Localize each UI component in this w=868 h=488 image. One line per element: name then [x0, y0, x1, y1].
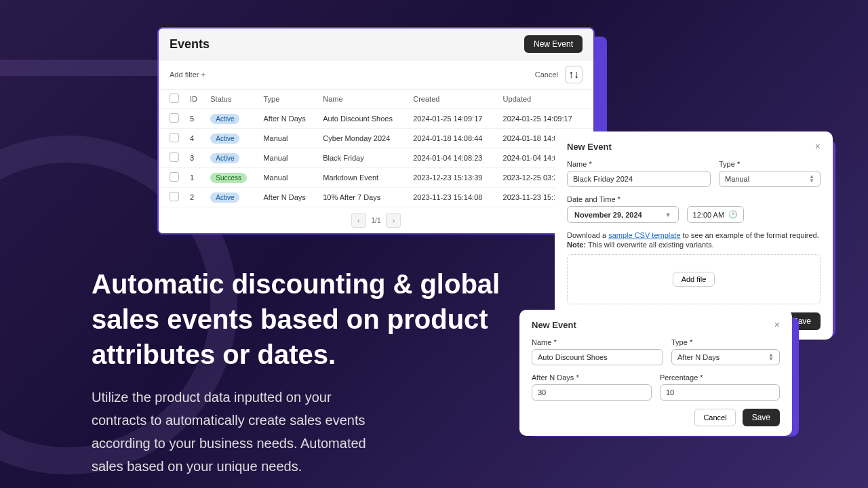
prev-page-button[interactable]: ‹ — [351, 213, 366, 228]
dialog2-header: New Event × — [532, 319, 780, 330]
events-panel: Events New Event Add filter + Cancel ↑↓ … — [157, 27, 595, 235]
new-event-button[interactable]: New Event — [524, 35, 583, 53]
status-badge: Active — [210, 134, 239, 144]
hero-subtitle: Utilize the product data inputted on you… — [92, 386, 390, 478]
type-value: After N Days — [677, 353, 719, 361]
events-table: ID Status Type Name Created Updated 5Act… — [159, 89, 593, 207]
cell-created: 2024-01-25 14:09:17 — [408, 109, 497, 129]
name-input[interactable] — [532, 349, 663, 365]
type-value: Manual — [725, 175, 749, 183]
csv-template-link[interactable]: sample CSV template — [608, 231, 680, 239]
cell-created: 2024-01-04 14:08:23 — [408, 148, 497, 168]
percentage-input[interactable] — [660, 384, 780, 401]
cell-id: 3 — [184, 148, 205, 168]
date-value: November 29, 2024 — [574, 211, 642, 219]
chevron-down-icon: ▼ — [665, 211, 671, 218]
cell-type: Manual — [258, 168, 317, 188]
cell-name: 10% After 7 Days — [317, 188, 408, 207]
cancel-filter-button[interactable]: Cancel — [535, 70, 558, 79]
date-label: Date and Time * — [567, 195, 821, 203]
close-icon[interactable]: × — [774, 319, 780, 330]
type-select[interactable]: Manual ▲▼ — [719, 171, 821, 187]
name-label: Name * — [567, 160, 711, 168]
sort-button[interactable]: ↑↓ — [565, 66, 583, 83]
cell-name: Auto Discount Shoes — [317, 109, 408, 129]
type-select[interactable]: After N Days ▲▼ — [671, 349, 780, 365]
download-text: Download a sample CSV template to see an… — [567, 231, 821, 239]
bg-band — [0, 60, 170, 76]
chevron-updown-icon: ▲▼ — [809, 175, 814, 183]
time-value: 12:00 AM — [693, 211, 724, 219]
cell-created: 2023-11-23 15:14:08 — [408, 188, 497, 207]
add-file-button[interactable]: Add file — [673, 272, 715, 287]
date-picker[interactable]: November 29, 2024 ▼ — [567, 206, 679, 223]
events-header: Events New Event — [159, 28, 593, 60]
cell-name: Cyber Monday 2024 — [317, 129, 408, 148]
name-input[interactable] — [567, 171, 711, 187]
row-checkbox[interactable] — [170, 192, 179, 201]
next-page-button[interactable]: › — [386, 213, 401, 228]
percentage-label: Percentage * — [660, 373, 780, 382]
page-info: 1/1 — [372, 217, 381, 224]
cell-name: Black Friday — [317, 148, 408, 168]
chevron-updown-icon: ▲▼ — [768, 353, 774, 361]
col-updated: Updated — [498, 89, 593, 109]
row-checkbox[interactable] — [170, 113, 179, 123]
table-row[interactable]: 3ActiveManualBlack Friday2024-01-04 14:0… — [159, 148, 593, 168]
status-badge: Active — [210, 192, 239, 203]
cell-id: 4 — [184, 129, 205, 148]
new-event-dialog-auto: New Event × Name * Type * After N Days ▲… — [519, 310, 792, 436]
table-row[interactable]: 1SuccessManualMarkdown Event2023-12-23 1… — [159, 168, 593, 188]
status-badge: Active — [210, 153, 239, 163]
dialog2-title: New Event — [532, 320, 576, 330]
cell-type: Manual — [258, 129, 317, 148]
col-id: ID — [184, 89, 205, 109]
dialog1-title: New Event — [567, 142, 612, 152]
clock-icon: 🕐 — [728, 210, 738, 219]
status-badge: Active — [210, 114, 239, 124]
table-row[interactable]: 2ActiveAfter N Days10% After 7 Days2023-… — [159, 188, 593, 207]
cell-id: 2 — [184, 188, 205, 207]
dialog1-header: New Event × — [567, 141, 821, 152]
col-created: Created — [408, 89, 497, 109]
add-filter-button[interactable]: Add filter + — [170, 70, 205, 79]
table-row[interactable]: 5ActiveAfter N DaysAuto Discount Shoes20… — [159, 109, 593, 129]
row-checkbox[interactable] — [170, 172, 179, 182]
cell-updated: 2024-01-25 14:09:17 — [498, 109, 593, 129]
toolbar-right: Cancel ↑↓ — [535, 66, 583, 83]
file-dropzone[interactable]: Add file — [567, 254, 821, 304]
sort-icon: ↑↓ — [568, 68, 579, 81]
select-all-checkbox[interactable] — [170, 94, 179, 103]
close-icon[interactable]: × — [815, 141, 821, 152]
cell-type: Manual — [258, 148, 317, 168]
cell-name: Markdown Event — [317, 168, 408, 188]
col-name: Name — [317, 89, 408, 109]
events-title: Events — [170, 37, 210, 52]
type-label: Type * — [719, 160, 821, 168]
cell-created: 2024-01-18 14:08:44 — [408, 129, 497, 148]
hero: Automatic discounting & global sales eve… — [92, 266, 532, 478]
after-n-days-input[interactable] — [532, 384, 652, 401]
name-label: Name * — [532, 338, 663, 346]
row-checkbox[interactable] — [170, 152, 179, 162]
row-checkbox[interactable] — [170, 133, 179, 142]
col-type: Type — [258, 89, 317, 109]
hero-title: Automatic discounting & global sales eve… — [92, 266, 532, 372]
table-row[interactable]: 4ActiveManualCyber Monday 20242024-01-18… — [159, 129, 593, 148]
cell-id: 5 — [184, 109, 205, 129]
status-badge: Success — [210, 173, 247, 183]
cell-created: 2023-12-23 15:13:39 — [408, 168, 497, 188]
pagination: ‹ 1/1 › — [159, 207, 593, 233]
cell-type: After N Days — [258, 109, 317, 129]
note-text: Note: This will overwrite all existing v… — [567, 241, 821, 249]
col-status: Status — [205, 89, 258, 109]
type-label: Type * — [671, 338, 780, 346]
cell-type: After N Days — [258, 188, 317, 207]
events-toolbar: Add filter + Cancel ↑↓ — [159, 60, 593, 89]
cell-id: 1 — [184, 168, 205, 188]
after-n-days-label: After N Days * — [532, 373, 652, 382]
new-event-dialog-manual: New Event × Name * Type * Manual ▲▼ Date… — [555, 131, 833, 340]
time-input[interactable]: 12:00 AM 🕐 — [687, 206, 744, 223]
cancel-button[interactable]: Cancel — [694, 409, 735, 426]
save-button[interactable]: Save — [743, 409, 780, 426]
